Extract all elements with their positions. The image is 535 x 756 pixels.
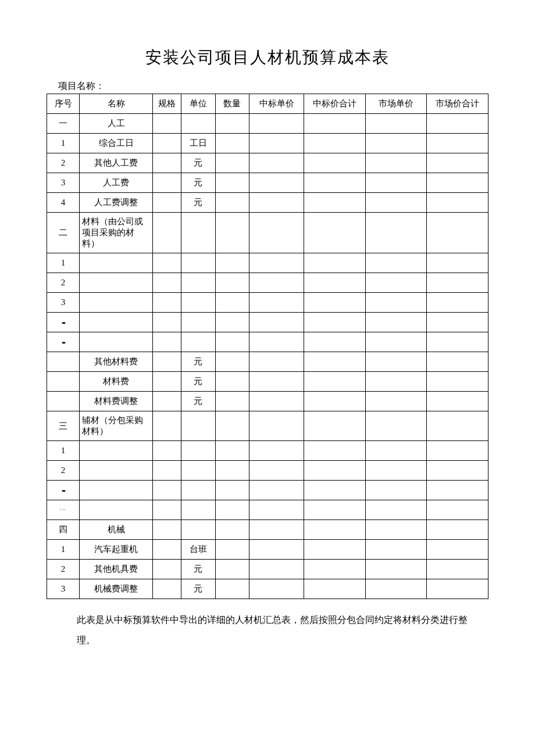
cell-bidprice [249,520,304,540]
cell-bidtotal [304,352,366,372]
cell-bidprice [249,352,304,372]
cell-qty [215,134,249,153]
cell-seq: 2 [47,461,80,481]
cell-qty [215,520,249,540]
cell-unit: 元 [181,392,215,411]
cell-qty [215,273,249,293]
cell-seq: 1 [47,134,80,153]
cell-unit [181,441,215,461]
cell-qty [215,372,249,392]
cell-seq: 3 [47,293,80,313]
cell-name: 其他人工费 [80,153,153,173]
cell-mktprice [365,114,427,134]
cell-unit [181,313,215,332]
cell-name: 综合工日 [80,134,153,153]
cell-qty [215,500,249,520]
cell-mkttotal [427,173,488,193]
cell-bidtotal [304,520,366,540]
cell-bidtotal [304,134,366,153]
cell-unit [181,213,215,253]
cell-bidtotal [304,332,366,352]
cell-name: 材料费 [80,372,153,392]
cell-spec [152,560,181,579]
cell-mktprice [365,540,427,560]
cell-bidprice [249,313,304,332]
cell-bidprice [249,273,304,293]
cell-mktprice [365,579,427,599]
table-row: ⋮ [47,500,488,520]
cell-mkttotal [427,313,488,332]
table-row: 3机械费调整元 [47,579,488,599]
cell-name [80,461,153,481]
cell-bidprice [249,213,304,253]
cell-mkttotal [427,253,488,273]
cell-bidprice [249,193,304,213]
cell-unit: 元 [181,372,215,392]
cell-bidtotal [304,114,366,134]
cell-unit [181,253,215,273]
cell-qty [215,313,249,332]
budget-table: 序号 名称 规格 单位 数量 中标单价 中标价合计 市场单价 市场价合计 一人工… [47,94,488,599]
table-row: ▪▪▪ [47,332,488,352]
table-row: 2其他机具费元 [47,560,488,579]
cell-name [80,332,153,352]
cell-qty [215,411,249,441]
cell-bidprice [249,392,304,411]
cell-unit: 元 [181,173,215,193]
table-row: 2 [47,273,488,293]
cell-name [80,273,153,293]
cell-unit: 台班 [181,540,215,560]
cell-name: 机械 [80,520,153,540]
cell-mktprice [365,411,427,441]
cell-unit: 元 [181,579,215,599]
cell-mkttotal [427,520,488,540]
cell-qty [215,352,249,372]
cell-unit: 元 [181,560,215,579]
cell-seq: 2 [47,273,80,293]
cell-mktprice [365,313,427,332]
cell-spec [152,392,181,411]
cell-mktprice [365,273,427,293]
cell-name [80,253,153,273]
cell-mktprice [365,293,427,313]
cell-name [80,293,153,313]
table-row: 材料费元 [47,372,488,392]
cell-qty [215,213,249,253]
cell-seq: 1 [47,441,80,461]
cell-bidtotal [304,560,366,579]
table-row: 4人工费调整元 [47,193,488,213]
cell-mkttotal [427,293,488,313]
table-row: 2其他人工费元 [47,153,488,173]
cell-bidtotal [304,500,366,520]
cell-seq [47,352,80,372]
cell-bidprice [249,253,304,273]
cell-unit [181,332,215,352]
cell-spec [152,579,181,599]
cell-mkttotal [427,213,488,253]
cell-mkttotal [427,441,488,461]
table-header-row: 序号 名称 规格 单位 数量 中标单价 中标价合计 市场单价 市场价合计 [47,94,488,114]
table-row: 3人工费元 [47,173,488,193]
cell-mkttotal [427,481,488,500]
table-row: 2 [47,461,488,481]
cell-mktprice [365,153,427,173]
cell-seq: 2 [47,153,80,173]
cell-qty [215,193,249,213]
table-row: 二材料（由公司或项目采购的材料） [47,213,488,253]
cell-mkttotal [427,540,488,560]
table-row: 1 [47,253,488,273]
cell-mkttotal [427,332,488,352]
table-row: ▪▪▪ [47,313,488,332]
cell-bidprice [249,134,304,153]
cell-mkttotal [427,273,488,293]
cell-seq [47,392,80,411]
cell-qty [215,153,249,173]
cell-mktprice [365,213,427,253]
cell-bidtotal [304,213,366,253]
cell-bidtotal [304,193,366,213]
cell-bidtotal [304,411,366,441]
cell-unit: 元 [181,193,215,213]
col-header-name: 名称 [80,94,153,114]
cell-bidprice [249,114,304,134]
cell-mktprice [365,392,427,411]
